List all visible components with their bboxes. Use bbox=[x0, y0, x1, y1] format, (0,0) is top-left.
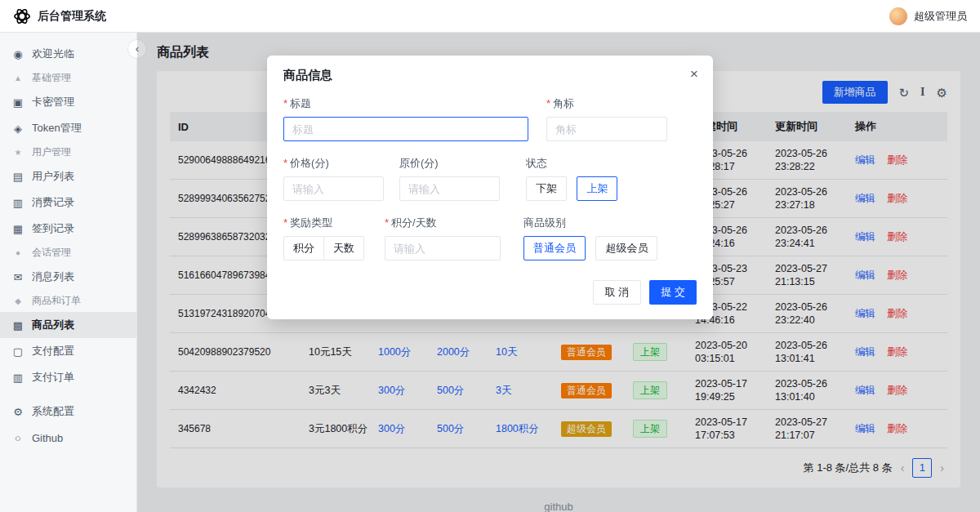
sidebar-item-label: 系统配置 bbox=[32, 404, 74, 419]
reward-option-points[interactable]: 积分 bbox=[283, 236, 324, 260]
users-section-icon: ★ bbox=[11, 148, 24, 157]
required-mark: * bbox=[283, 97, 287, 109]
original-price-label: 原价(分) bbox=[399, 156, 500, 171]
sidebar-item-label: 卡密管理 bbox=[32, 95, 74, 109]
modal-body: *标题 *角标 *价格(分) 原价(分) 状态 下架 上架 bbox=[267, 90, 713, 260]
sidebar-item-label: 消费记录 bbox=[32, 195, 74, 210]
field-status: 状态 下架 上架 bbox=[526, 156, 617, 201]
product-info-modal: 商品信息 × *标题 *角标 *价格(分) 原价(分) 状态 bbox=[267, 56, 713, 319]
original-price-input[interactable] bbox=[399, 176, 500, 201]
pay-config-icon: ▢ bbox=[11, 345, 24, 358]
top-header: 后台管理系统 超级管理员 bbox=[0, 0, 980, 33]
status-option-off[interactable]: 下架 bbox=[526, 176, 567, 201]
sidebar-item-checkin-records[interactable]: ▦签到记录 bbox=[0, 216, 136, 242]
badge-label: *角标 bbox=[546, 96, 667, 111]
points-days-input[interactable] bbox=[385, 236, 501, 260]
sidebar-item-user-list[interactable]: ▤用户列表 bbox=[0, 163, 136, 189]
sidebar-item-label: 会话管理 bbox=[32, 246, 71, 260]
points-days-label: *积分/天数 bbox=[385, 216, 501, 230]
gear-icon: ⚙ bbox=[11, 406, 24, 418]
price-label: *价格(分) bbox=[283, 156, 384, 171]
sidebar-item-label: 消息列表 bbox=[32, 269, 74, 284]
sidebar-section-orders: ◆商品和订单 bbox=[0, 290, 136, 312]
required-mark: * bbox=[283, 157, 287, 169]
field-price: *价格(分) bbox=[283, 156, 384, 201]
sidebar-item-token[interactable]: ◈Token管理 bbox=[0, 115, 136, 141]
required-mark: * bbox=[385, 216, 389, 229]
badge-input[interactable] bbox=[546, 117, 667, 141]
sidebar-item-consume-records[interactable]: ▥消费记录 bbox=[0, 189, 136, 216]
title-label: *标题 bbox=[283, 96, 528, 111]
sidebar-item-github[interactable]: ○Github bbox=[0, 425, 136, 451]
sidebar-item-label: 用户管理 bbox=[32, 145, 71, 159]
required-mark: * bbox=[546, 97, 550, 109]
field-badge: *角标 bbox=[546, 96, 667, 141]
submit-button[interactable]: 提 交 bbox=[649, 280, 697, 305]
session-section-icon: ● bbox=[11, 248, 24, 257]
sidebar-section-basic: ▲基础管理 bbox=[0, 67, 136, 89]
sidebar-item-product-list[interactable]: ▩商品列表 bbox=[0, 312, 136, 338]
brand: 后台管理系统 bbox=[13, 7, 106, 25]
sidebar-item-system-config[interactable]: ⚙系统配置 bbox=[0, 398, 136, 425]
modal-header: 商品信息 × bbox=[267, 56, 713, 90]
lock-icon: ▣ bbox=[11, 96, 24, 109]
status-option-on[interactable]: 上架 bbox=[577, 176, 617, 201]
consume-record-icon: ▥ bbox=[11, 197, 24, 209]
sidebar-item-message-list[interactable]: ✉消息列表 bbox=[0, 264, 136, 290]
user-menu[interactable]: 超级管理员 bbox=[889, 7, 967, 25]
sidebar-item-label: Github bbox=[32, 432, 63, 444]
app-title: 后台管理系统 bbox=[38, 9, 106, 24]
field-reward-type: *奖励类型 积分 天数 bbox=[283, 216, 364, 260]
orders-section-icon: ◆ bbox=[11, 296, 24, 305]
sidebar: ◉欢迎光临▲基础管理▣卡密管理◈Token管理★用户管理▤用户列表▥消费记录▦签… bbox=[0, 33, 137, 512]
welcome-icon: ◉ bbox=[11, 48, 24, 60]
sidebar-item-label: 商品和订单 bbox=[32, 294, 81, 308]
field-points-days: *积分/天数 bbox=[385, 216, 501, 260]
sidebar-item-label: 基础管理 bbox=[32, 71, 71, 85]
user-name: 超级管理员 bbox=[914, 9, 967, 24]
title-input[interactable] bbox=[283, 117, 528, 141]
sidebar-item-label: 用户列表 bbox=[32, 169, 74, 184]
sidebar-item-label: Token管理 bbox=[32, 121, 82, 136]
sidebar-section-users: ★用户管理 bbox=[0, 141, 136, 163]
close-icon[interactable]: × bbox=[690, 66, 698, 82]
pay-order-icon: ▥ bbox=[11, 372, 24, 384]
reward-type-label: *奖励类型 bbox=[283, 216, 364, 230]
modal-title: 商品信息 bbox=[283, 68, 332, 82]
basic-section-icon: ▲ bbox=[11, 73, 24, 82]
sidebar-item-card-keys[interactable]: ▣卡密管理 bbox=[0, 89, 136, 115]
cancel-button[interactable]: 取 消 bbox=[593, 280, 642, 305]
field-level: 商品级别 普通会员 超级会员 bbox=[523, 216, 657, 260]
level-option-normal[interactable]: 普通会员 bbox=[523, 236, 586, 260]
reward-option-days[interactable]: 天数 bbox=[324, 236, 364, 260]
avatar[interactable] bbox=[889, 7, 907, 25]
logo-icon bbox=[13, 7, 31, 25]
sidebar-section-session: ●会话管理 bbox=[0, 242, 136, 264]
field-title: *标题 bbox=[283, 96, 528, 141]
message-icon: ✉ bbox=[11, 271, 24, 283]
field-original-price: 原价(分) bbox=[399, 156, 500, 201]
checkin-record-icon: ▦ bbox=[11, 223, 24, 235]
product-list-icon: ▩ bbox=[11, 319, 24, 332]
sidebar-item-label: 商品列表 bbox=[32, 318, 74, 332]
sidebar-item-welcome[interactable]: ◉欢迎光临 bbox=[0, 41, 136, 67]
user-list-icon: ▤ bbox=[11, 171, 24, 183]
sidebar-item-pay-config[interactable]: ▢支付配置 bbox=[0, 338, 136, 364]
github-icon: ○ bbox=[11, 432, 24, 444]
level-option-super[interactable]: 超级会员 bbox=[595, 236, 657, 260]
sidebar-item-label: 支付订单 bbox=[32, 370, 74, 385]
sidebar-item-label: 签到记录 bbox=[32, 221, 74, 236]
token-icon: ◈ bbox=[11, 122, 24, 135]
level-label: 商品级别 bbox=[523, 216, 657, 230]
status-label: 状态 bbox=[526, 156, 617, 171]
modal-footer: 取 消 提 交 bbox=[267, 275, 713, 319]
price-input[interactable] bbox=[283, 176, 384, 201]
required-mark: * bbox=[283, 216, 287, 229]
sidebar-item-label: 欢迎光临 bbox=[32, 47, 74, 61]
sidebar-item-pay-orders[interactable]: ▥支付订单 bbox=[0, 364, 136, 390]
sidebar-item-label: 支付配置 bbox=[32, 344, 74, 358]
sidebar-menu: ◉欢迎光临▲基础管理▣卡密管理◈Token管理★用户管理▤用户列表▥消费记录▦签… bbox=[0, 41, 136, 451]
